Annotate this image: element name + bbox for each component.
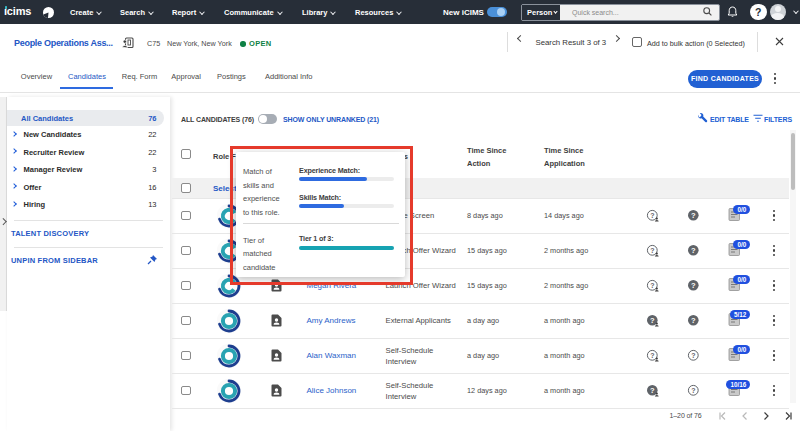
svg-text:?: ? xyxy=(691,211,696,220)
svg-text:?: ? xyxy=(650,212,654,219)
svg-text:?: ? xyxy=(691,352,695,359)
svg-text:?: ? xyxy=(691,387,695,394)
svg-text:?: ? xyxy=(650,316,655,325)
svg-text:?: ? xyxy=(650,386,655,395)
svg-text:?: ? xyxy=(650,282,654,289)
svg-text:?: ? xyxy=(650,247,654,254)
svg-text:?: ? xyxy=(691,246,696,255)
svg-text:?: ? xyxy=(691,281,696,290)
svg-text:?: ? xyxy=(650,352,654,359)
svg-text:?: ? xyxy=(691,316,696,325)
